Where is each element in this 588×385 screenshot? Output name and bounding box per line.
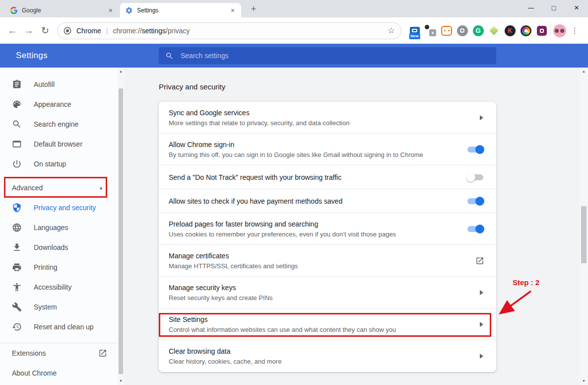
extension-green-g-icon[interactable]: G	[472, 24, 484, 37]
toggle-on[interactable]	[467, 198, 483, 204]
toggle-off[interactable]	[467, 174, 483, 180]
sidebar-item-label: Search engine	[34, 120, 78, 128]
sidebar-item-default-browser[interactable]: Default browser	[0, 134, 124, 154]
tab-close-icon[interactable]: ×	[107, 6, 114, 14]
settings-header: Settings	[0, 44, 588, 68]
row-subtitle: Reset security keys and create PINs	[169, 294, 480, 302]
row-title: Manage security keys	[169, 284, 480, 292]
sidebar-item-label: About Chrome	[12, 369, 57, 377]
settings-main: Privacy and security Sync and Google ser…	[124, 68, 588, 385]
row-title: Allow sites to check if you have payment…	[169, 197, 467, 205]
back-button[interactable]: ←	[5, 23, 20, 38]
main-scrollbar-thumb[interactable]	[581, 206, 587, 263]
printer-icon	[12, 262, 22, 272]
sidebar-item-downloads[interactable]: Downloads	[0, 237, 124, 257]
sidebar-item-label: Reset and clean up	[34, 323, 94, 331]
annotation-box-site-settings	[159, 313, 491, 337]
settings-search-box[interactable]	[159, 47, 496, 64]
toggle-on[interactable]	[467, 147, 483, 153]
close-window-button[interactable]: ×	[565, 0, 588, 16]
sidebar-item-label: On startup	[34, 160, 66, 168]
row-sync-and-google-services[interactable]: Sync and Google services More settings t…	[159, 102, 496, 134]
url-scheme: chrome://	[113, 27, 141, 35]
row-manage-certificates[interactable]: Manage certificates Manage HTTPS/SSL cer…	[159, 245, 496, 277]
sidebar-item-printing[interactable]: Printing	[0, 257, 124, 277]
row-subtitle: Uses cookies to remember your preference…	[169, 231, 467, 238]
sidebar-item-reset-and-clean-up[interactable]: Reset and clean up	[0, 317, 124, 337]
open-in-new-icon	[475, 256, 484, 265]
settings-gear-favicon-icon	[125, 6, 133, 14]
scroll-up-icon[interactable]: ▲	[118, 68, 124, 75]
bookmark-star-icon[interactable]: ☆	[388, 25, 395, 36]
sidebar-item-languages[interactable]: Languages	[0, 218, 124, 237]
browser-menu-icon[interactable]: ⋮	[571, 26, 579, 35]
sidebar-item-search-engine[interactable]: Search engine	[0, 114, 124, 134]
sidebar-item-system[interactable]: System	[0, 297, 124, 317]
extension-gray-circle-icon[interactable]	[456, 24, 468, 37]
sidebar-item-about-chrome[interactable]: About Chrome	[0, 363, 124, 383]
sidebar-item-accessibility[interactable]: Accessibility	[0, 277, 124, 297]
row-subtitle: Manage HTTPS/SSL certificates and settin…	[169, 262, 475, 270]
row-title: Manage certificates	[169, 252, 475, 260]
chrome-logo-icon	[64, 27, 71, 35]
extension-dark-k-icon[interactable]: K	[504, 24, 516, 37]
row-allow-chrome-sign-in[interactable]: Allow Chrome sign-in By turning this off…	[159, 134, 496, 165]
browser-window: Google × Settings × + — □ × ← → ↻	[0, 0, 588, 385]
sidebar-item-label: Autofill	[34, 80, 55, 88]
row-subtitle: By turning this off, you can sign in to …	[169, 151, 467, 158]
scroll-down-icon[interactable]: ▼	[118, 378, 124, 385]
scroll-up-icon[interactable]: ▲	[580, 68, 588, 75]
sidebar-item-label: System	[34, 303, 57, 311]
extension-dot-x-icon[interactable]: x	[424, 24, 437, 37]
row-title: Sync and Google services	[169, 109, 480, 117]
sidebar-item-extensions[interactable]: Extensions	[0, 343, 124, 363]
row-title: Clear browsing data	[169, 347, 480, 355]
profile-avatar[interactable]	[553, 24, 566, 37]
sidebar-item-label: Default browser	[34, 140, 82, 148]
main-scrollbar: ▲ ▼	[580, 68, 588, 385]
scroll-down-icon[interactable]: ▼	[580, 378, 588, 385]
tab-google[interactable]: Google ×	[5, 3, 119, 17]
extension-diamond-icon[interactable]	[488, 24, 500, 37]
annotation-step-label: Step : 2	[513, 278, 539, 287]
sidebar-item-label: Printing	[34, 263, 57, 271]
url-host: settings	[142, 27, 166, 35]
new-tab-button[interactable]: +	[247, 3, 260, 15]
row-do-not-track[interactable]: Send a "Do Not Track" request with your …	[159, 165, 496, 189]
settings-sidebar: Autofill Appearance Search engine Defaul…	[0, 68, 124, 385]
shield-icon	[12, 203, 22, 213]
extension-blue-new-icon[interactable]: New	[408, 24, 421, 37]
search-icon	[165, 52, 174, 60]
extension-purple-square-icon[interactable]	[535, 24, 548, 37]
row-subtitle: Clear history, cookies, cache, and more	[169, 358, 480, 365]
sidebar-item-appearance[interactable]: Appearance	[0, 94, 124, 114]
row-preload-pages[interactable]: Preload pages for faster browsing and se…	[159, 213, 496, 245]
sidebar-item-label: Languages	[34, 224, 68, 231]
search-icon	[12, 119, 22, 129]
row-payment-methods[interactable]: Allow sites to check if you have payment…	[159, 189, 496, 213]
toggle-on[interactable]	[467, 226, 483, 232]
section-title: Privacy and security	[159, 82, 225, 91]
extension-robot-icon[interactable]	[440, 24, 453, 37]
sidebar-item-autofill[interactable]: Autofill	[0, 75, 124, 94]
row-clear-browsing-data[interactable]: Clear browsing data Clear history, cooki…	[159, 340, 496, 372]
url-separator: |	[106, 27, 108, 35]
minimize-button[interactable]: —	[520, 0, 542, 16]
tab-close-icon[interactable]: ×	[229, 6, 236, 14]
page-title: Settings	[16, 51, 48, 61]
forward-button[interactable]: →	[21, 23, 36, 38]
maximize-button[interactable]: □	[542, 0, 565, 16]
tab-settings[interactable]: Settings ×	[120, 3, 241, 17]
row-manage-security-keys[interactable]: Manage security keys Reset security keys…	[159, 277, 496, 308]
window-controls: — □ ×	[520, 0, 588, 16]
accessibility-icon	[12, 282, 22, 292]
reload-button[interactable]: ↻	[38, 23, 53, 38]
browser-window-icon	[12, 139, 22, 149]
sidebar-scrollbar-thumb[interactable]	[119, 88, 123, 374]
address-bar[interactable]: Chrome | chrome://settings/privacy ☆	[57, 22, 401, 39]
subpage-arrow-icon	[480, 354, 483, 359]
extension-rainbow-camera-icon[interactable]	[520, 24, 532, 37]
sidebar-item-privacy-and-security[interactable]: Privacy and security	[0, 198, 124, 218]
sidebar-item-on-startup[interactable]: On startup	[0, 154, 124, 174]
settings-search-input[interactable]	[181, 52, 490, 60]
